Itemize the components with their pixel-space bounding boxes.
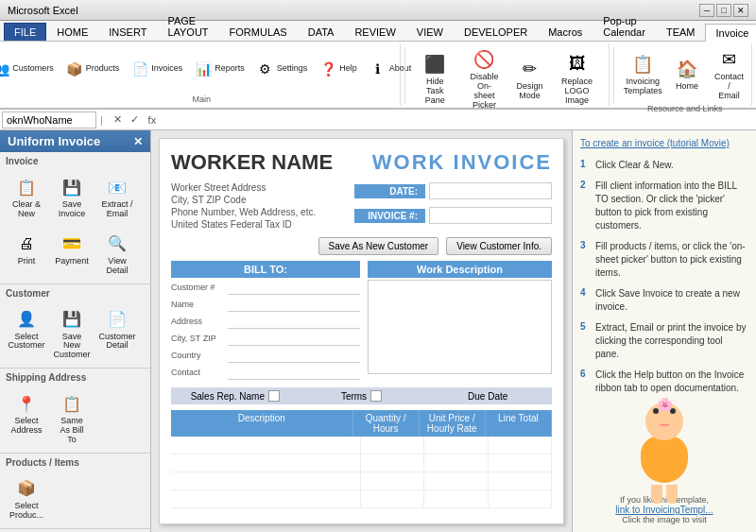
city-st-zip-input[interactable] xyxy=(228,331,360,346)
action-buttons: Save As New Customer View Customer Info. xyxy=(171,237,552,255)
row2-qty[interactable] xyxy=(361,455,425,472)
row4-desc[interactable] xyxy=(171,490,361,507)
customer-detail-button[interactable]: 📄 Customer Detail xyxy=(96,302,138,365)
products-button[interactable]: 📦 Products xyxy=(61,57,124,81)
disable-on-sheet-button[interactable]: 🚫 Disable On-sheet Picker xyxy=(459,43,508,113)
same-as-bill-to-button[interactable]: 📋 Same As Bill To xyxy=(51,386,93,449)
view-customer-info-button[interactable]: View Customer Info. xyxy=(446,237,552,255)
select-address-button[interactable]: 📍 Select Address xyxy=(6,386,47,449)
print-button[interactable]: 🖨 Print xyxy=(6,227,47,280)
name-box[interactable] xyxy=(2,112,96,129)
save-invoice-button[interactable]: 💾 Save Invoice xyxy=(51,170,93,223)
close-btn[interactable]: ✕ xyxy=(733,4,748,17)
formula-input[interactable] xyxy=(165,112,754,129)
row3-total[interactable] xyxy=(489,472,553,489)
tab-home[interactable]: HOME xyxy=(46,23,98,41)
save-new-customer-label: Save New Customer xyxy=(54,333,91,361)
city-st-zip-label: City, ST ZIP xyxy=(171,334,228,343)
content-area: WORKER NAME WORK INVOICE Worker Street A… xyxy=(151,130,756,532)
invoice-number-input[interactable] xyxy=(429,207,552,224)
view-detail-button[interactable]: 🔍 View Detail xyxy=(96,227,138,280)
tab-data[interactable]: DATA xyxy=(298,23,345,41)
date-input[interactable] xyxy=(429,182,552,199)
invoicing-templates-button[interactable]: 📋 InvoicingTemplates xyxy=(620,48,666,99)
hide-task-pane-button[interactable]: ⬛ Hide TaskPane xyxy=(414,48,455,109)
save-new-customer-button[interactable]: 💾 Save New Customer xyxy=(51,302,93,365)
terms-label: Terms xyxy=(341,391,367,402)
products-label: Products xyxy=(86,64,120,74)
customers-icon: 👥 xyxy=(0,60,10,78)
tab-view[interactable]: VIEW xyxy=(406,23,454,41)
tab-file[interactable]: FILE xyxy=(4,23,46,41)
cancel-formula-icon[interactable]: ✕ xyxy=(111,112,126,128)
customer-num-input[interactable] xyxy=(228,280,360,295)
settings-button[interactable]: ⚙ Settings xyxy=(252,57,312,81)
replace-logo-button[interactable]: 🖼 ReplaceLOGO Image xyxy=(551,48,604,109)
row3-desc[interactable] xyxy=(171,472,361,489)
tutorial-link[interactable]: To create an invoice (tutorial Movie) xyxy=(580,138,748,148)
save-as-new-customer-button[interactable]: Save As New Customer xyxy=(318,237,439,255)
tab-developer[interactable]: DEVELOPER xyxy=(454,23,538,41)
confirm-formula-icon[interactable]: ✓ xyxy=(128,112,143,128)
terms-checkbox[interactable] xyxy=(370,390,382,402)
row2-desc[interactable] xyxy=(171,455,361,472)
customer-detail-label: Customer Detail xyxy=(99,333,136,352)
row3-qty[interactable] xyxy=(361,472,425,489)
about-button[interactable]: ℹ About xyxy=(365,57,416,81)
home-button[interactable]: 🏠 Home xyxy=(670,53,705,94)
help-button[interactable]: ❓ Help xyxy=(315,57,361,81)
row2-total[interactable] xyxy=(489,455,553,472)
left-panel-close-btn[interactable]: ✕ xyxy=(133,135,143,148)
row4-qty[interactable] xyxy=(361,490,425,507)
row1-qty[interactable] xyxy=(361,437,425,454)
select-customer-button[interactable]: 👤 Select Customer xyxy=(6,302,47,365)
invoices-button[interactable]: 📄 Invoices xyxy=(127,57,186,81)
tab-review[interactable]: REVIEW xyxy=(344,23,405,41)
contact-email-label: Contact /Email xyxy=(713,73,745,101)
sales-rep-checkbox[interactable] xyxy=(268,390,280,402)
due-date-field: Due Date xyxy=(426,390,549,402)
address-input[interactable] xyxy=(228,314,360,329)
step-2: 2 Fill client information into the BILL … xyxy=(580,180,748,232)
tab-macros[interactable]: Macros xyxy=(538,23,593,41)
row1-price[interactable] xyxy=(424,437,489,454)
tab-insert[interactable]: INSERT xyxy=(98,23,157,41)
row1-total[interactable] xyxy=(489,437,553,454)
clear-new-icon: 📋 xyxy=(13,174,40,200)
home-icon: 🏠 xyxy=(674,56,700,82)
footer-text-3: Click the image to visit xyxy=(580,515,748,524)
bill-to-header: BILL TO: xyxy=(171,261,360,278)
reports-button[interactable]: 📊 Reports xyxy=(190,57,249,81)
name-input[interactable] xyxy=(228,297,360,312)
maximize-btn[interactable]: □ xyxy=(716,4,731,17)
country-input[interactable] xyxy=(228,348,360,363)
payment-button[interactable]: 💳 Payment xyxy=(51,227,93,280)
work-invoice-title: WORK INVOICE xyxy=(372,150,552,175)
minimize-btn[interactable]: ─ xyxy=(699,4,714,17)
tab-page-layout[interactable]: PAGE LAYOUT xyxy=(157,11,218,41)
tab-popup-calendar[interactable]: Pop-up Calendar xyxy=(593,11,656,41)
customers-label: Customers xyxy=(12,64,54,74)
invoicing-templ-link[interactable]: link to InvoicingTempl... xyxy=(580,505,748,515)
extract-email-label: Extract / Email xyxy=(101,200,133,219)
customers-button[interactable]: 👥 Customers xyxy=(0,57,58,81)
row1-desc[interactable] xyxy=(171,437,361,454)
tab-formulas[interactable]: FORMULAS xyxy=(219,23,298,41)
tab-team[interactable]: TEAM xyxy=(656,23,706,41)
row4-total[interactable] xyxy=(489,490,553,507)
clear-new-button[interactable]: 📋 Clear & New xyxy=(6,170,47,223)
row4-price[interactable] xyxy=(424,490,489,507)
select-product-button[interactable]: 📦 Select Produc... xyxy=(6,472,47,524)
contact-email-button[interactable]: ✉ Contact /Email xyxy=(708,43,749,104)
row2-price[interactable] xyxy=(424,455,489,472)
tab-invoice[interactable]: Invoice xyxy=(705,24,756,42)
insert-function-icon[interactable]: fx xyxy=(145,112,160,128)
contact-input[interactable] xyxy=(228,365,360,380)
character-illustration[interactable]: 🌸 xyxy=(580,403,748,488)
ribbon-group-resources: 📋 InvoicingTemplates 🏠 Home ✉ Contact /E… xyxy=(618,43,752,106)
row3-price[interactable] xyxy=(424,472,489,489)
design-mode-button[interactable]: ✏ DesignMode xyxy=(513,53,547,104)
view-detail-label: View Detail xyxy=(101,257,133,276)
extract-email-button[interactable]: 📧 Extract / Email xyxy=(96,170,138,223)
work-description-input[interactable] xyxy=(368,280,552,374)
